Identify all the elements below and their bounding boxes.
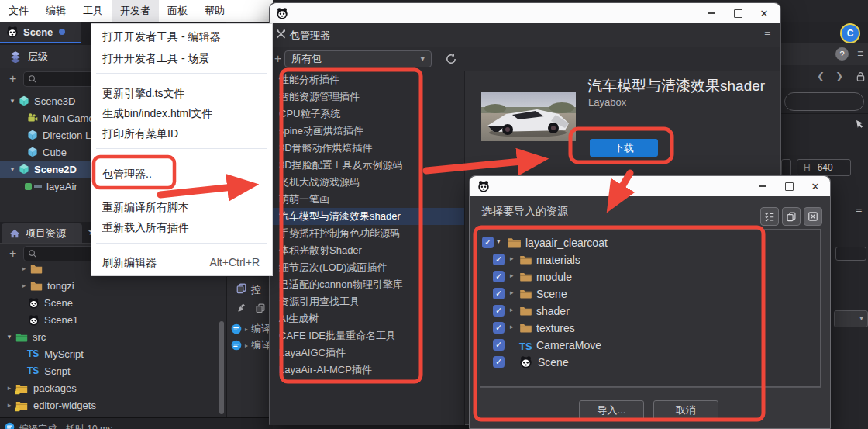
package-item[interactable]: LayaAir-AI-MCP插件 bbox=[270, 362, 464, 379]
menu-item-open-devtools-scene[interactable]: 打开开发者工具 - 场景 bbox=[91, 48, 272, 68]
package-item[interactable]: spine动画烘焙插件 bbox=[270, 123, 464, 140]
package-item[interactable]: 飞机大战游戏源码 bbox=[270, 174, 464, 191]
tree-item-src[interactable]: ▾ src bbox=[0, 328, 231, 345]
menu-item-reload-plugins[interactable]: 重新载入所有插件 bbox=[91, 217, 272, 237]
tree-item-packages[interactable]: ▸ packages bbox=[0, 379, 231, 396]
console-tab-label[interactable]: 控 bbox=[251, 283, 261, 297]
expand-caret-icon[interactable]: ▸ bbox=[510, 289, 514, 296]
expand-caret-icon[interactable]: ▾ bbox=[8, 97, 17, 105]
clear-selection-icon[interactable] bbox=[804, 207, 822, 226]
package-item[interactable]: 体积光散射Shader bbox=[270, 242, 464, 259]
package-item[interactable]: AI生成树 bbox=[270, 310, 464, 327]
import-button[interactable]: 导入... bbox=[579, 400, 644, 420]
checkbox-checked[interactable]: ✓ bbox=[493, 271, 505, 282]
checkbox-checked[interactable]: ✓ bbox=[493, 305, 505, 317]
menu-item-print-menu-ids[interactable]: 打印所有菜单ID bbox=[91, 123, 272, 144]
expand-caret-icon[interactable]: ▸ bbox=[510, 306, 514, 313]
expand-caret-icon[interactable]: ▸ bbox=[510, 272, 514, 279]
log-entry[interactable]: ▸ 编译 bbox=[231, 322, 271, 336]
help-icon[interactable]: ? bbox=[835, 47, 849, 61]
download-button[interactable]: 下载 bbox=[590, 139, 658, 157]
project-scrollbar[interactable] bbox=[219, 321, 224, 414]
pkgwin-titlebar[interactable]: ✕ bbox=[270, 3, 780, 23]
expand-caret-icon[interactable]: ▾ bbox=[497, 237, 501, 245]
expand-caret-icon[interactable]: ▸ bbox=[5, 401, 14, 409]
impdlg-titlebar[interactable]: ✕ bbox=[470, 176, 830, 196]
height-field[interactable]: H 640 bbox=[797, 159, 851, 176]
package-filter-select[interactable]: 所有包 ▾ bbox=[284, 50, 432, 67]
lock-icon[interactable] bbox=[855, 71, 866, 82]
checkbox-checked[interactable]: ✓ bbox=[493, 288, 505, 299]
menu-item-package-manager[interactable]: 包管理器.. bbox=[91, 162, 272, 185]
checkbox-checked[interactable]: ✓ bbox=[493, 254, 505, 265]
close-button[interactable]: ✕ bbox=[802, 176, 828, 196]
menu-panel[interactable]: 面板 bbox=[159, 0, 196, 22]
add-asset-button[interactable]: + bbox=[9, 247, 16, 260]
tree-item-scene-asset[interactable]: Scene bbox=[0, 294, 254, 311]
tab-project-resources[interactable]: 项目资源 bbox=[2, 223, 82, 243]
menu-tools[interactable]: 工具 bbox=[74, 0, 112, 22]
add-node-button[interactable]: + bbox=[9, 73, 16, 85]
menu-edit[interactable]: 编辑 bbox=[37, 0, 74, 22]
tab-scene[interactable]: Scene bbox=[0, 22, 81, 43]
expand-caret-icon[interactable]: ▾ bbox=[8, 165, 17, 173]
minimize-button[interactable] bbox=[749, 176, 776, 196]
menu-file[interactable]: 文件 bbox=[0, 0, 37, 22]
package-item[interactable]: CPU粒子系统 bbox=[270, 106, 464, 123]
clear-console-broom-icon[interactable] bbox=[236, 303, 247, 313]
tree-item-scene1-asset[interactable]: Scene1 bbox=[0, 311, 254, 328]
maximize-button[interactable] bbox=[776, 176, 802, 196]
select-all-checklist-icon[interactable] bbox=[760, 207, 779, 226]
hamburger-menu-icon[interactable]: ≡ bbox=[857, 47, 863, 60]
import-row-cameramove[interactable]: ✓ TS CameraMove bbox=[480, 337, 820, 354]
refresh-icon[interactable] bbox=[445, 53, 457, 65]
pkg-panel-menu-icon[interactable]: ≡ bbox=[764, 28, 770, 40]
avatar[interactable]: C bbox=[840, 23, 860, 43]
log-entry[interactable]: ▸ 编译 bbox=[231, 338, 271, 352]
menu-item-open-devtools-editor[interactable]: 打开开发者工具 - 编辑器 bbox=[91, 26, 272, 47]
import-row[interactable]: ✓ ▸ Scene bbox=[480, 285, 820, 303]
package-item[interactable]: 3D骨骼动作烘焙插件 bbox=[270, 140, 464, 157]
expand-caret-icon[interactable]: ▾ bbox=[5, 333, 14, 341]
import-row[interactable]: ✓ ▸ shader bbox=[480, 303, 820, 320]
pkg-tab-label[interactable]: 包管理器 bbox=[290, 29, 330, 43]
package-item[interactable]: 资源引用查找工具 bbox=[270, 293, 464, 310]
expand-caret-icon[interactable]: ▸ bbox=[19, 282, 29, 289]
checkbox-checked[interactable]: ✓ bbox=[493, 339, 505, 351]
copy-selection-icon[interactable] bbox=[782, 207, 801, 226]
import-row[interactable]: ✓ ▸ textures bbox=[480, 320, 820, 337]
expand-caret-icon[interactable]: ▸ bbox=[5, 384, 14, 392]
import-row-scene[interactable]: ✓ Scene bbox=[480, 354, 820, 371]
package-item-selected[interactable]: 汽车模型与清漆效果shader bbox=[270, 208, 464, 225]
inspector-name-input[interactable] bbox=[784, 92, 864, 111]
hamburger-menu-icon[interactable]: ≡ bbox=[856, 205, 862, 217]
nav-forward-icon[interactable]: ❯ bbox=[835, 71, 843, 81]
package-item[interactable]: 性能分析插件 bbox=[270, 71, 464, 88]
package-item[interactable]: LayaAIGC插件 bbox=[270, 344, 464, 362]
package-item[interactable]: CAFE IDE批量重命名工具 bbox=[270, 327, 464, 344]
pick-target-cursor-icon[interactable] bbox=[854, 119, 866, 130]
inspector-dropdown-partial[interactable]: ▾ bbox=[834, 310, 868, 327]
maximize-button[interactable] bbox=[725, 3, 751, 23]
checkbox-checked[interactable]: ✓ bbox=[482, 237, 494, 248]
nav-back-icon[interactable]: ❮ bbox=[817, 71, 825, 81]
log-expand-icon[interactable]: ▸ bbox=[242, 342, 251, 349]
add-package-button[interactable]: + bbox=[274, 53, 281, 65]
tree-item-script[interactable]: TS Script bbox=[0, 362, 253, 379]
w-field-sliver[interactable] bbox=[781, 159, 791, 176]
menu-help[interactable]: 帮助 bbox=[196, 0, 233, 22]
expand-caret-icon[interactable]: ▸ bbox=[19, 265, 29, 272]
menu-item-update-dts[interactable]: 更新引擎d.ts文件 bbox=[91, 83, 272, 103]
menu-item-refresh-editor[interactable]: 刷新编辑器 Alt+Ctrl+R bbox=[91, 252, 272, 272]
tree-item-myscript[interactable]: TS MyScript bbox=[0, 345, 253, 362]
package-item[interactable]: 细节层次(LOD)减面插件 bbox=[270, 259, 464, 276]
minimize-button[interactable] bbox=[698, 3, 725, 23]
expand-caret-icon[interactable]: ▸ bbox=[510, 323, 514, 330]
package-item[interactable]: 萌萌一笔画 bbox=[270, 191, 464, 208]
package-item[interactable]: 智能资源管理插件 bbox=[270, 88, 464, 106]
log-expand-icon[interactable]: ▸ bbox=[242, 326, 251, 333]
expand-caret-icon[interactable]: ▸ bbox=[510, 254, 514, 262]
tree-item-tongzi[interactable]: ▸ tongzi bbox=[0, 277, 246, 294]
close-button[interactable]: ✕ bbox=[751, 3, 777, 23]
package-item[interactable]: 手势摇杆控制角色功能源码 bbox=[270, 225, 464, 242]
